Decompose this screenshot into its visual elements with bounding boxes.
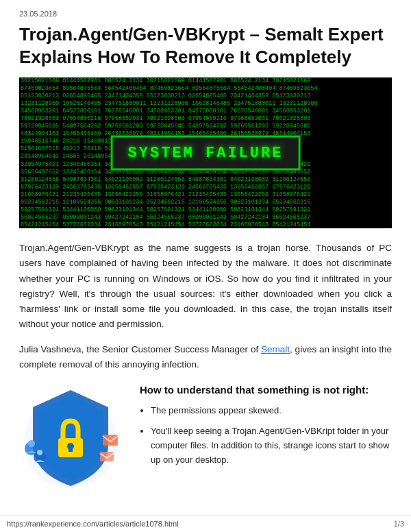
- bullet-item-1: The permissions appear skewed.: [151, 404, 392, 418]
- svg-rect-8: [103, 435, 118, 446]
- right-content: How to understand that something is not …: [140, 383, 392, 474]
- system-failure-banner: SYSTEM FAILURE: [111, 136, 301, 171]
- matrix-row: 59257591321 53441100000 59823101344 5925…: [19, 206, 392, 214]
- shield-lock-graphic: [19, 383, 122, 489]
- matrix-row: 13231128900 10628146485 234751880011 132…: [19, 100, 392, 108]
- matrix-row: 34568953201 84575800101 76576546001 3456…: [19, 108, 392, 115]
- semalt-link[interactable]: Semalt: [261, 344, 290, 354]
- body-paragraph-1: Trojan.Agent/Gen-VBKrypt as the name sug…: [19, 241, 392, 332]
- para2-prefix: Julia Vashneva, the Senior Customer Succ…: [19, 344, 261, 354]
- footer-bar: https://rankexperience.com/articles/arti…: [0, 515, 411, 532]
- footer-url-text: https://rankexperience.com/articles/arti…: [7, 520, 179, 528]
- article-date: 23.05.2018: [19, 10, 392, 18]
- article-title: Trojan.Agent/Gen-VBKrypt – Semalt Expert…: [19, 23, 392, 68]
- svg-rect-3: [68, 446, 73, 452]
- left-image-area: [19, 383, 129, 493]
- svg-point-7: [37, 450, 42, 455]
- page-wrapper: 23.05.2018 Trojan.Agent/Gen-VBKrypt – Se…: [0, 0, 411, 520]
- bullet-item-2: You'll keep seeing a Trojan.Agent/Gen-VB…: [151, 424, 392, 467]
- content-row: How to understand that something is not …: [19, 383, 392, 493]
- hero-image: 30215021569 01444587901 886524.2134 3021…: [19, 77, 392, 228]
- matrix-row: 85123030213 02654895465 23421404359 8512…: [19, 93, 392, 100]
- matrix-row: 85421245454 53727672034 23168976543 8542…: [19, 221, 392, 228]
- matrix-row: 31658976421 21235435435 13658422256 3165…: [19, 191, 392, 199]
- svg-point-5: [28, 440, 35, 447]
- matrix-row: 87459823654 89564875564 564542400404 874…: [19, 85, 392, 93]
- matrix-row: 05234562215 12100524356 90823101234 0523…: [19, 199, 392, 206]
- bullet-list: The permissions appear skewed. You'll ke…: [140, 404, 392, 468]
- svg-rect-9: [100, 452, 114, 461]
- matrix-row: 56024565237 00000001243 59427242104 5602…: [19, 214, 392, 221]
- matrix-row: 31200124556 84987834301 64023100002 3120…: [19, 176, 392, 184]
- system-failure-text: SYSTEM FAILURE: [128, 145, 284, 162]
- matrix-row: 78021328503 07654860216 97968652031 7802…: [19, 115, 392, 123]
- right-heading: How to understand that something is not …: [140, 383, 392, 397]
- page-number: 1/3: [394, 520, 404, 528]
- matrix-row: 87976423120 24568765435 13656462857 8797…: [19, 184, 392, 191]
- body-paragraph-2: Julia Vashneva, the Senior Customer Succ…: [19, 342, 392, 373]
- matrix-row: 30215021569 01444587901 886524.2134 3021…: [19, 77, 392, 85]
- matrix-row: 59720045685 54897564202 59769561203 5972…: [19, 123, 392, 130]
